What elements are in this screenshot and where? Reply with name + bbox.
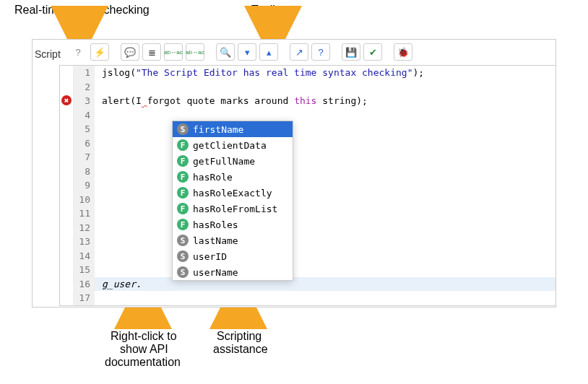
autocomplete-item[interactable]: FgetFullName: [173, 153, 293, 169]
save-button[interactable]: 💾: [342, 43, 360, 61]
autocomplete-label: hasRoleExactly: [193, 188, 272, 198]
replace-button-2[interactable]: ab↔ac: [186, 43, 204, 61]
script-label: Script: [35, 48, 61, 60]
autocomplete-item[interactable]: FgetClientData: [173, 137, 293, 153]
check-button[interactable]: ✔: [363, 43, 382, 61]
autocomplete-popup[interactable]: SfirstNameFgetClientDataFgetFullNameFhas…: [172, 121, 293, 281]
format-button[interactable]: ≣: [142, 43, 161, 61]
help-button[interactable]: ?: [311, 43, 330, 61]
code-editor[interactable]: ✖ 1234 5678 9101112 13141516 17 jslog("T…: [59, 65, 556, 306]
popout-button[interactable]: ↗: [290, 43, 308, 61]
autocomplete-label: firstName: [193, 124, 243, 135]
help-icon[interactable]: ?: [69, 43, 87, 61]
autocomplete-item[interactable]: FhasRoleExactly: [173, 185, 293, 201]
search-button[interactable]: 🔍: [216, 43, 235, 61]
string-badge-icon: S: [177, 123, 189, 135]
code-line-16[interactable]: g_user.: [95, 277, 555, 292]
autocomplete-label: lastName: [193, 235, 238, 246]
arrow-down-1: [72, 16, 87, 42]
callout-script-assist-2: assistance: [213, 342, 268, 356]
line-numbers: 1234 5678 9101112 13141516 17: [73, 66, 95, 305]
code-line-2[interactable]: [95, 80, 555, 95]
code-body[interactable]: jslog("The Script Editor has real time s…: [95, 66, 555, 305]
callout-script-assist-1: Scripting: [217, 329, 261, 343]
autocomplete-label: hasRoles: [193, 219, 238, 230]
function-badge-icon: F: [177, 155, 189, 167]
callout-api-doc-3: documentation: [105, 355, 181, 369]
string-badge-icon: S: [177, 266, 189, 278]
function-badge-icon: F: [177, 203, 189, 214]
editor-toolbar: ? ⚡ 💬 ≣ ab↔ac ab↔ac 🔍 ▾ ▴ ↗ ? 💾 ✔ 🐞: [69, 43, 412, 61]
chevron-up-button[interactable]: ▴: [259, 43, 278, 61]
string-badge-icon: S: [177, 250, 189, 262]
chevron-down-button[interactable]: ▾: [238, 43, 256, 61]
callout-toolbar: Toolbar: [251, 3, 289, 17]
function-badge-icon: F: [177, 187, 189, 198]
string-badge-icon: S: [177, 235, 189, 246]
autocomplete-item[interactable]: FhasRoleFromList: [173, 201, 293, 217]
replace-button-1[interactable]: ab↔ac: [164, 43, 183, 61]
autocomplete-item[interactable]: FhasRole: [173, 169, 293, 185]
error-icon[interactable]: ✖: [61, 95, 72, 105]
lightning-button[interactable]: ⚡: [90, 43, 109, 61]
comment-button[interactable]: 💬: [121, 43, 139, 61]
code-line-1[interactable]: jslog("The Script Editor has real time s…: [95, 66, 555, 80]
function-badge-icon: F: [177, 139, 189, 151]
autocomplete-item[interactable]: FhasRoles: [173, 217, 293, 232]
autocomplete-label: hasRoleFromList: [193, 204, 277, 214]
function-badge-icon: F: [177, 171, 189, 183]
code-line-3[interactable]: alert(I forgot quote marks around this s…: [95, 94, 555, 108]
autocomplete-label: getClientData: [193, 140, 267, 151]
arrow-down-2: [266, 16, 280, 42]
error-gutter: ✖: [60, 66, 73, 305]
autocomplete-label: getFullName: [193, 156, 255, 167]
autocomplete-item[interactable]: SlastName: [173, 232, 293, 248]
callout-api-doc-1: Right-click to: [111, 329, 177, 343]
debug-button[interactable]: 🐞: [394, 43, 412, 61]
callout-syntax-check: Real-time syntax checking: [14, 3, 150, 17]
autocomplete-label: userName: [193, 267, 238, 278]
autocomplete-label: userID: [193, 251, 227, 262]
function-badge-icon: F: [177, 219, 189, 230]
autocomplete-item[interactable]: SfirstName: [173, 121, 293, 137]
autocomplete-item[interactable]: SuserID: [173, 248, 293, 264]
autocomplete-label: hasRole: [193, 172, 233, 183]
callout-api-doc-2: show API: [120, 342, 168, 356]
autocomplete-item[interactable]: SuserName: [173, 264, 293, 280]
